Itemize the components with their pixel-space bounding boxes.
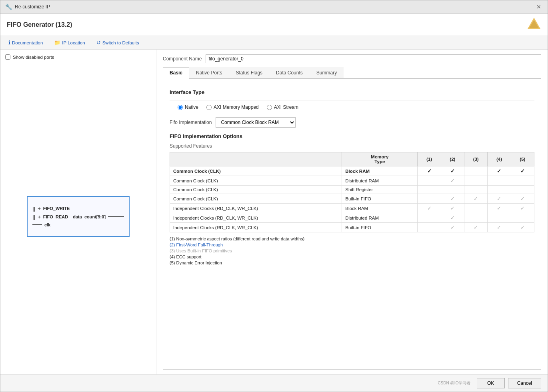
- table-header-2: (2): [441, 152, 464, 166]
- window-title: Re-customize IP: [15, 4, 50, 10]
- bottom-bar: CSDN @IC学习者 OK Cancel: [0, 374, 548, 392]
- right-panel: Component Name Basic Native Ports Status…: [156, 50, 548, 374]
- cell-c2: ✓: [441, 194, 464, 204]
- cell-memory: Block RAM: [342, 204, 418, 213]
- cell-c1: [418, 176, 441, 186]
- left-panel: Show disabled ports || + FIFO_WRITE || +…: [0, 50, 156, 374]
- show-disabled-ports-checkbox[interactable]: [5, 54, 10, 60]
- ok-button[interactable]: OK: [477, 378, 505, 388]
- cell-c3: [464, 176, 488, 186]
- interface-type-title: Interface Type: [170, 89, 534, 95]
- tab-basic[interactable]: Basic: [163, 67, 189, 79]
- cell-clock: Common Clock (CLK): [170, 194, 342, 204]
- radio-axi-stream[interactable]: AXI Stream: [267, 104, 298, 110]
- app-icon: 🔧: [5, 4, 12, 10]
- table-row: Common Clock (CLK) Shift Register: [170, 186, 534, 194]
- radio-native[interactable]: Native: [178, 104, 198, 110]
- cell-clock: Independent Clocks (RD_CLK, WR_CLK): [170, 213, 342, 223]
- fifo-block-diagram: || + FIFO_WRITE || + FIFO_READ data_coun…: [27, 196, 130, 237]
- main-window: 🔧 Re-customize IP ✕ FIFO Generator (13.2…: [0, 0, 548, 392]
- show-disabled-ports-row: Show disabled ports: [5, 54, 151, 60]
- cell-c1: ✓: [418, 204, 441, 213]
- cell-c5: ✓: [511, 166, 534, 176]
- footnote-5: (5) Dynamic Error Injection: [170, 260, 534, 265]
- tab-data-counts[interactable]: Data Counts: [269, 67, 310, 78]
- footnote-1: (1) Non-symmetric aspect ratios (differe…: [170, 236, 534, 241]
- cell-c2: ✓: [441, 213, 464, 223]
- supported-features-label: Supported Features: [170, 143, 534, 149]
- table-header-5: (5): [511, 152, 534, 166]
- table-header-memory-type: MemoryType: [342, 152, 418, 166]
- fifo-write-port: || + FIFO_WRITE: [32, 206, 124, 212]
- show-disabled-ports-label: Show disabled ports: [13, 55, 54, 60]
- component-name-input[interactable]: [206, 54, 541, 63]
- footnotes: (1) Non-symmetric aspect ratios (differe…: [170, 236, 534, 265]
- table-row: Independent Clocks (RD_CLK, WR_CLK) Buil…: [170, 223, 534, 232]
- fifo-implementation-row: Fifo Implementation Common Clock Block R…: [170, 117, 534, 128]
- vivado-logo: [527, 17, 541, 32]
- cell-c1: ✓: [418, 166, 441, 176]
- cell-c2: ✓: [441, 204, 464, 213]
- cell-c3: [464, 213, 488, 223]
- interface-type-radio-group: Native AXI Memory Mapped AXI Stream: [178, 104, 534, 110]
- footnote-3: (3) Uses Built-in FIFO primitives: [170, 248, 534, 253]
- switch-defaults-button[interactable]: ↺ Switch to Defaults: [95, 39, 141, 46]
- cell-c4: ✓: [488, 223, 511, 232]
- table-row: Common Clock (CLK) Block RAM ✓ ✓ ✓ ✓: [170, 166, 534, 176]
- fifo-read-port: || + FIFO_READ data_count[9:0]: [32, 214, 124, 220]
- cell-c5: ✓: [511, 204, 534, 213]
- app-header: FIFO Generator (13.2): [0, 14, 548, 36]
- cell-memory: Built-in FIFO: [342, 223, 418, 232]
- cell-c2: ✓: [441, 176, 464, 186]
- diagram-area: || + FIFO_WRITE || + FIFO_READ data_coun…: [5, 63, 151, 370]
- cell-c5: ✓: [511, 194, 534, 204]
- component-name-row: Component Name: [163, 54, 541, 63]
- cell-c2: [441, 186, 464, 194]
- cell-c1: [418, 213, 441, 223]
- tabs-bar: Basic Native Ports Status Flags Data Cou…: [163, 67, 541, 79]
- interface-type-section: Interface Type Native AXI Memory Mapped: [170, 89, 534, 110]
- cell-c3: ✓: [464, 194, 488, 204]
- tab-summary[interactable]: Summary: [310, 67, 344, 78]
- close-button[interactable]: ✕: [535, 3, 543, 11]
- ip-location-button[interactable]: 📁 IP Location: [52, 39, 86, 46]
- tab-native-ports[interactable]: Native Ports: [189, 67, 229, 78]
- table-row: Common Clock (CLK) Built-in FIFO ✓ ✓ ✓ ✓: [170, 194, 534, 204]
- cell-memory: Built-in FIFO: [342, 194, 418, 204]
- cell-memory: Shift Register: [342, 186, 418, 194]
- fifo-impl-select[interactable]: Common Clock Block RAM: [216, 117, 296, 128]
- table-header-4: (4): [488, 152, 511, 166]
- impl-options-section: FIFO Implementation Options Supported Fe…: [170, 133, 534, 265]
- location-icon: 📁: [54, 40, 60, 46]
- cell-c4: [488, 176, 511, 186]
- app-title: FIFO Generator (13.2): [7, 21, 72, 28]
- title-bar: 🔧 Re-customize IP ✕: [0, 0, 548, 14]
- cell-c1: [418, 186, 441, 194]
- refresh-icon: ↺: [96, 40, 101, 46]
- cell-c3: [464, 204, 488, 213]
- documentation-button[interactable]: ℹ Documentation: [7, 39, 44, 46]
- fifo-impl-label: Fifo Implementation: [170, 120, 212, 125]
- watermark: CSDN @IC学习者: [438, 380, 470, 386]
- table-header-3: (3): [464, 152, 488, 166]
- toolbar: ℹ Documentation 📁 IP Location ↺ Switch t…: [0, 36, 548, 50]
- cell-c1: [418, 223, 441, 232]
- radio-axi-memory-mapped[interactable]: AXI Memory Mapped: [206, 104, 259, 110]
- clk-port: clk: [32, 222, 124, 227]
- cell-c5: ✓: [511, 223, 534, 232]
- cell-c3: ✓: [464, 223, 488, 232]
- tab-content-basic: Interface Type Native AXI Memory Mapped: [163, 83, 541, 370]
- footnote-2: (2) First-Word Fall-Through: [170, 242, 534, 247]
- cell-c4: ✓: [488, 204, 511, 213]
- tab-status-flags[interactable]: Status Flags: [229, 67, 269, 78]
- cancel-button[interactable]: Cancel: [508, 378, 541, 388]
- features-table: MemoryType (1) (2) (3) (4) (5) Common Cl…: [170, 152, 534, 232]
- cell-c1: [418, 194, 441, 204]
- cell-c4: ✓: [488, 166, 511, 176]
- info-icon: ℹ: [8, 40, 10, 46]
- title-bar-left: 🔧 Re-customize IP: [5, 4, 50, 10]
- table-header-1: (1): [418, 152, 441, 166]
- table-row: Independent Clocks (RD_CLK, WR_CLK) Dist…: [170, 213, 534, 223]
- table-row: Common Clock (CLK) Distributed RAM ✓: [170, 176, 534, 186]
- cell-c4: [488, 186, 511, 194]
